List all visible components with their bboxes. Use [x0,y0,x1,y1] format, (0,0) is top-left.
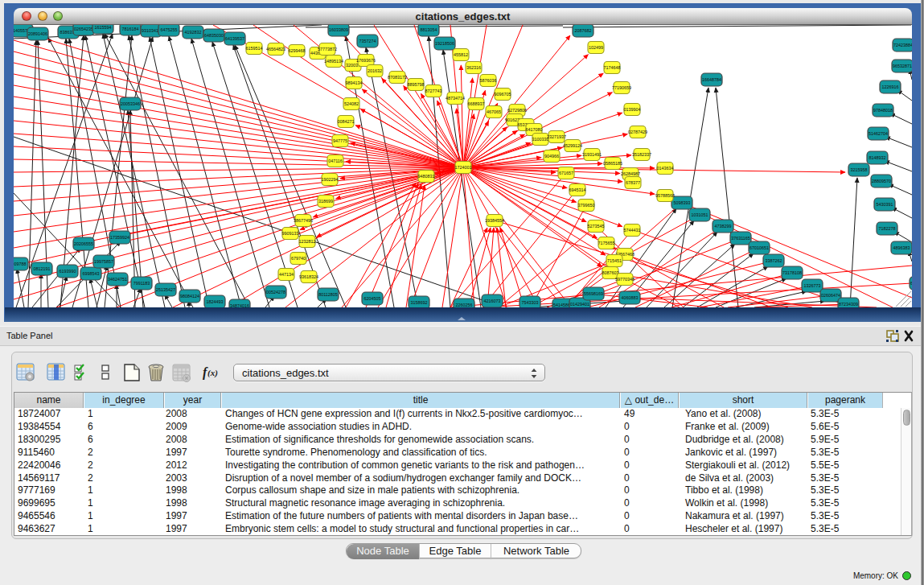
svg-text:0812191: 0812191 [34,266,51,271]
svg-text:1724001: 1724001 [455,165,472,170]
svg-text:05865185: 05865185 [603,161,622,166]
svg-text:26284987: 26284987 [621,171,640,176]
svg-text:20206555: 20206555 [74,241,93,246]
svg-text:6193990: 6193990 [60,269,76,274]
svg-text:6688937: 6688937 [468,101,485,106]
svg-text:9096705: 9096705 [495,92,511,97]
svg-text:64139537: 64139537 [225,36,244,41]
svg-text:671657: 671657 [559,171,573,175]
svg-text:80112805: 80112805 [318,292,338,297]
svg-text:00524278: 00524278 [266,290,285,295]
svg-text:51462704: 51462704 [869,131,888,136]
svg-text:7357274: 7357274 [359,39,376,43]
svg-text:8087603: 8087603 [602,270,619,275]
svg-text:318699: 318699 [318,199,333,204]
svg-text:467065: 467065 [487,109,501,114]
svg-text:17693676: 17693676 [356,58,376,63]
svg-text:23271937: 23271937 [547,134,566,139]
svg-text:14895134: 14895134 [324,59,343,64]
svg-text:2260256: 2260256 [456,303,473,307]
svg-text:5098393: 5098393 [674,200,691,205]
svg-text:8727743: 8727743 [425,89,442,93]
svg-text:6299468: 6299468 [289,48,306,53]
svg-text:0139904: 0139904 [624,107,641,112]
svg-text:7991183: 7991183 [133,281,150,286]
svg-text:3387262: 3387262 [766,258,782,263]
svg-text:5273545: 5273545 [588,224,605,229]
svg-text:8813054: 8813054 [421,27,437,32]
svg-text:48734714: 48734714 [446,96,465,101]
svg-text:9480831: 9480831 [418,174,435,179]
svg-text:7175655: 7175655 [598,241,615,245]
svg-text:02606474: 02606474 [821,293,840,298]
svg-text:17359924: 17359924 [110,235,129,240]
svg-text:31931491: 31931491 [582,152,602,157]
svg-text:95788568: 95788568 [655,193,675,198]
svg-text:4192832: 4192832 [185,30,202,35]
svg-text:96532871: 96532871 [893,64,912,68]
svg-text:72423884: 72423884 [893,43,912,47]
svg-text:455812: 455812 [454,52,468,57]
svg-text:5430391: 5430391 [877,202,893,207]
svg-text:93103413: 93103413 [142,28,161,33]
svg-text:87234309: 87234309 [839,302,858,307]
svg-text:3799650: 3799650 [578,203,595,208]
svg-text:02654235: 02654235 [74,27,93,31]
svg-text:6998543: 6998543 [83,271,100,276]
svg-text:01429401: 01429401 [570,302,589,307]
svg-text:7174648: 7174648 [604,65,621,70]
svg-text:77190659: 77190659 [612,85,631,90]
svg-text:46564823: 46564823 [266,47,285,51]
svg-text:19218506: 19218506 [435,41,454,46]
svg-text:6417080: 6417080 [526,127,543,132]
svg-text:73178108: 73178108 [782,270,802,275]
svg-text:28809570: 28809570 [872,179,891,183]
svg-text:5876036: 5876036 [480,78,497,83]
svg-text:35182337: 35182337 [632,152,651,157]
svg-text:201632: 201632 [368,68,382,73]
svg-text:25135427: 25135427 [156,287,175,292]
svg-text:55698169: 55698169 [584,291,603,296]
svg-text:1232812: 1232812 [299,239,316,244]
svg-text:7543303: 7543303 [522,300,539,305]
svg-text:20891406: 20891406 [28,31,47,36]
svg-text:047116: 047116 [328,159,343,163]
svg-text:16648784: 16648784 [702,77,721,82]
svg-text:679740: 679740 [291,256,306,261]
svg-text:65787133: 65787133 [910,281,912,286]
svg-text:2087682: 2087682 [575,28,592,33]
svg-text:6475255: 6475255 [161,27,178,32]
svg-text:62729806: 62729806 [507,108,527,113]
svg-text:6945314: 6945314 [569,187,586,192]
svg-text:447134: 447134 [279,272,294,277]
svg-text:1615594: 1615594 [95,25,112,30]
svg-text:57773872: 57773872 [318,47,337,51]
svg-text:98084124: 98084124 [180,294,199,299]
svg-text:524082: 524082 [344,101,359,106]
svg-text:904966: 904966 [544,154,559,159]
svg-text:5744431: 5744431 [624,228,641,233]
svg-text:1226916: 1226916 [882,84,899,89]
svg-text:947775: 947775 [333,138,347,143]
svg-text:37631165: 37631165 [731,236,750,241]
svg-text:9894134: 9894134 [346,80,363,85]
svg-text:02787429: 02787429 [628,130,647,134]
svg-text:1031051: 1031051 [692,212,708,217]
svg-text:19384554: 19384554 [485,218,504,223]
svg-text:5009788: 5009788 [14,262,27,266]
svg-text:0084271: 0084271 [338,119,355,124]
svg-text:7182278: 7182278 [879,226,896,231]
svg-text:16033809: 16033809 [329,27,348,32]
svg-text:1902294: 1902294 [322,177,339,182]
svg-text:64835030: 64835030 [204,33,224,38]
svg-text:4216073: 4216073 [484,299,501,303]
svg-text:34624751: 34624751 [108,277,127,282]
svg-text:715451: 715451 [607,258,622,263]
svg-text:45299124: 45299124 [563,143,582,148]
svg-text:87083172: 87083172 [388,75,407,80]
svg-text:678377: 678377 [626,180,640,185]
svg-text:8148932: 8148932 [869,155,886,160]
svg-text:7816184: 7816184 [122,27,139,31]
svg-text:102499: 102499 [589,45,603,50]
svg-text:19975857: 19975857 [94,259,113,264]
